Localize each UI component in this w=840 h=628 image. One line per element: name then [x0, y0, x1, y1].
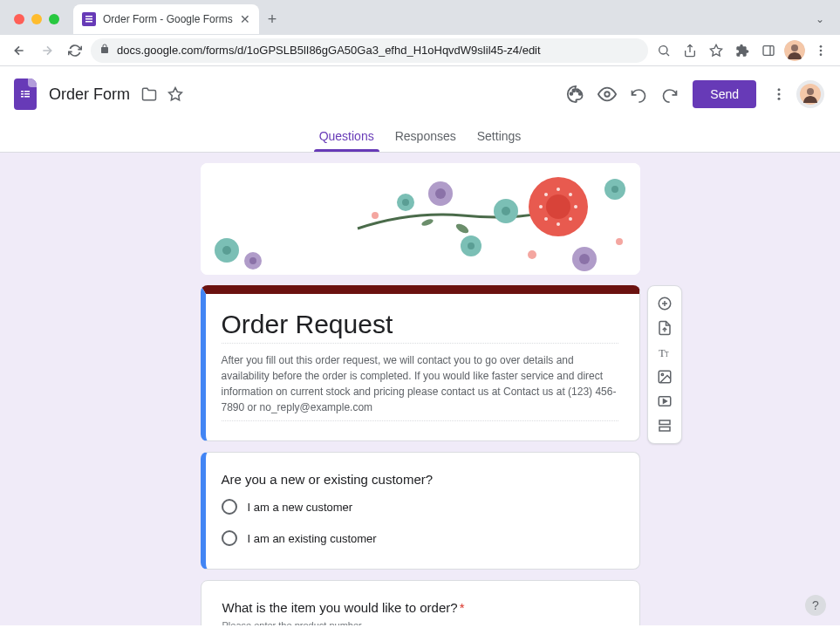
- svg-point-47: [468, 242, 475, 249]
- browser-tab[interactable]: Order Form - Google Forms ✕: [73, 4, 259, 34]
- more-menu-icon[interactable]: [809, 38, 833, 63]
- svg-marker-68: [663, 399, 666, 404]
- more-icon[interactable]: [763, 78, 795, 110]
- svg-point-45: [402, 199, 409, 206]
- reload-button[interactable]: [63, 38, 87, 63]
- svg-rect-69: [659, 420, 670, 425]
- svg-point-35: [544, 217, 548, 221]
- radio-icon: [222, 499, 237, 515]
- doc-title[interactable]: Order Form: [49, 85, 130, 104]
- send-button[interactable]: Send: [693, 80, 756, 108]
- form-tabs: Questions Responses Settings: [0, 122, 840, 153]
- add-video-icon[interactable]: [649, 389, 680, 413]
- question-card[interactable]: Are you a new or existing customer? I am…: [201, 452, 640, 570]
- tab-responses[interactable]: Responses: [385, 122, 467, 152]
- redo-icon[interactable]: [654, 78, 686, 110]
- svg-rect-70: [659, 427, 670, 432]
- add-title-icon[interactable]: TT: [649, 340, 680, 365]
- side-panel-icon[interactable]: [756, 38, 781, 63]
- theme-icon[interactable]: [560, 78, 591, 110]
- share-icon[interactable]: [678, 38, 702, 63]
- address-bar: docs.google.com/forms/d/1oGPSLB5lI86gGA5…: [0, 35, 840, 66]
- url-input[interactable]: docs.google.com/forms/d/1oGPSLB5lI86gGA5…: [91, 38, 648, 63]
- svg-point-30: [557, 188, 560, 191]
- svg-point-53: [579, 254, 590, 264]
- question-title[interactable]: Are you a new or existing customer?: [222, 472, 618, 487]
- svg-point-3: [659, 45, 667, 53]
- svg-point-17: [570, 92, 573, 95]
- svg-point-39: [502, 207, 510, 215]
- svg-rect-4: [763, 45, 774, 55]
- svg-rect-11: [21, 91, 24, 92]
- option-label: I am a new customer: [248, 501, 353, 514]
- svg-point-22: [778, 88, 781, 91]
- minimize-window-icon[interactable]: [31, 14, 42, 24]
- tab-settings[interactable]: Settings: [467, 122, 532, 152]
- close-window-icon[interactable]: [14, 14, 24, 24]
- svg-point-51: [249, 257, 256, 264]
- new-tab-button[interactable]: +: [268, 10, 277, 29]
- radio-icon: [222, 530, 237, 546]
- add-question-icon[interactable]: [649, 291, 680, 316]
- question-title[interactable]: What is the item you would like to order…: [222, 600, 618, 615]
- svg-point-18: [573, 90, 576, 92]
- back-button[interactable]: [7, 38, 31, 63]
- svg-rect-14: [24, 93, 30, 95]
- option-label: I am an existing customer: [248, 532, 377, 545]
- tab-strip: Order Form - Google Forms ✕ + ⌄: [0, 0, 840, 35]
- forms-favicon-icon: [82, 12, 96, 26]
- svg-point-19: [577, 90, 579, 92]
- bookmark-icon[interactable]: [704, 38, 728, 63]
- add-image-icon[interactable]: [649, 365, 680, 389]
- app-header: Order Form Send: [0, 66, 840, 122]
- svg-point-8: [820, 45, 823, 48]
- chevron-down-icon[interactable]: ⌄: [816, 13, 824, 25]
- zoom-icon[interactable]: [652, 38, 676, 63]
- tab-questions[interactable]: Questions: [309, 122, 385, 152]
- svg-point-31: [569, 193, 572, 196]
- required-star-icon: *: [460, 600, 465, 615]
- svg-point-43: [222, 246, 231, 255]
- svg-point-49: [435, 188, 446, 199]
- maximize-window-icon[interactable]: [49, 14, 59, 24]
- svg-point-10: [820, 53, 823, 56]
- svg-rect-12: [24, 91, 30, 92]
- svg-point-55: [372, 212, 379, 219]
- form-banner[interactable]: [201, 163, 640, 275]
- extensions-icon[interactable]: [730, 38, 755, 63]
- import-questions-icon[interactable]: [649, 316, 680, 340]
- svg-rect-1: [85, 18, 92, 20]
- svg-point-66: [661, 373, 663, 375]
- radio-option[interactable]: I am a new customer: [222, 499, 618, 515]
- svg-point-36: [539, 205, 543, 208]
- question-help[interactable]: Please enter the product number: [222, 620, 618, 625]
- close-tab-icon[interactable]: ✕: [240, 12, 250, 26]
- undo-icon[interactable]: [623, 78, 654, 110]
- svg-rect-13: [21, 93, 24, 95]
- preview-icon[interactable]: [591, 78, 623, 110]
- question-card[interactable]: What is the item you would like to order…: [201, 580, 640, 625]
- add-section-icon[interactable]: [649, 413, 680, 438]
- folder-icon[interactable]: [139, 84, 160, 105]
- title-card[interactable]: Order Request After you fill out this or…: [201, 285, 640, 441]
- svg-point-23: [778, 93, 781, 96]
- account-avatar[interactable]: [795, 78, 826, 110]
- forms-logo-icon[interactable]: [14, 78, 37, 110]
- svg-point-34: [557, 222, 560, 226]
- profile-avatar[interactable]: [782, 38, 807, 63]
- forward-button[interactable]: [35, 38, 59, 63]
- svg-point-32: [574, 205, 577, 208]
- form-description[interactable]: After you fill out this order request, w…: [222, 352, 618, 421]
- svg-rect-2: [85, 21, 92, 23]
- svg-point-24: [778, 98, 781, 100]
- radio-option[interactable]: I am an existing customer: [222, 530, 618, 546]
- help-icon[interactable]: ?: [805, 595, 826, 616]
- svg-text:T: T: [665, 351, 669, 358]
- form-title[interactable]: Order Request: [222, 310, 618, 344]
- form-canvas[interactable]: Order Request After you fill out this or…: [0, 153, 840, 625]
- tab-title: Order Form - Google Forms: [103, 13, 233, 25]
- star-icon[interactable]: [165, 84, 186, 105]
- side-toolbar: TT: [647, 285, 682, 444]
- svg-rect-0: [85, 16, 92, 17]
- svg-point-21: [605, 92, 611, 97]
